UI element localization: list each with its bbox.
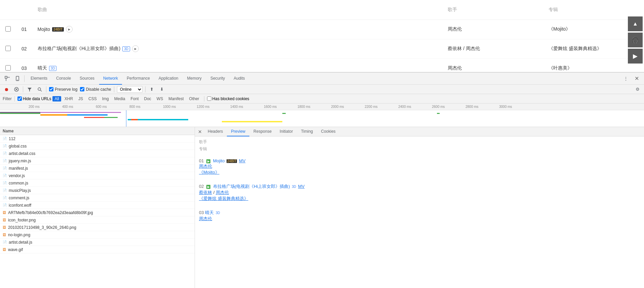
tl-bar-6	[104, 117, 118, 118]
hide-data-urls-checkbox[interactable]	[17, 96, 22, 101]
file-icon-wave: 🖼	[3, 248, 6, 251]
song-num-3: 03	[16, 58, 32, 72]
file-list[interactable]: 📄 112 📄 global.css 📄 artist.detail.css 📄…	[0, 135, 195, 288]
file-item-wave[interactable]: 🖼 wave.gif	[0, 246, 195, 253]
file-icon-artist-detail-js: 📄	[3, 240, 7, 244]
ruler-1600ms: 1600 ms	[264, 105, 277, 109]
filter-manifest-btn[interactable]: Manifest	[166, 96, 186, 101]
preview-song-1-name[interactable]: Mojito	[213, 158, 225, 163]
filter-icon-btn[interactable]	[26, 86, 33, 93]
file-item-iconfont[interactable]: 📄 iconfont.woff	[0, 202, 195, 209]
dt-main: Name 📄 112 📄 global.css 📄 artist.detail.…	[0, 127, 644, 288]
tab-sources[interactable]: Sources	[76, 73, 98, 85]
preview-content[interactable]: 歌手 专辑 01 ▶ Mojito 24BIT MV	[195, 136, 644, 288]
file-item-artist-detail-js[interactable]: 📄 artist.detail.js	[0, 239, 195, 246]
filter-doc-btn[interactable]: Doc	[142, 96, 153, 101]
preserve-log-label[interactable]: Preserve log	[49, 87, 77, 92]
tab-console[interactable]: Console	[52, 73, 75, 85]
file-item-artme[interactable]: 🖼 ARTMefb7b84e00cfb7692ea2d3eaafd8b09f.j…	[0, 209, 195, 216]
has-blocked-cookies-label[interactable]: Has blocked cookies	[207, 96, 249, 101]
song-checkbox-2[interactable]	[5, 46, 11, 51]
net-sep-3	[114, 86, 114, 92]
ruler-1400ms: 1400 ms	[230, 105, 243, 109]
net-sep-2	[46, 86, 46, 92]
play-btn-1[interactable]: ▶	[66, 26, 73, 33]
tab-network[interactable]: Network	[99, 73, 122, 85]
filter-media-btn[interactable]: Media	[112, 96, 127, 101]
file-item-artist-detail-css[interactable]: 📄 artist.detail.css	[0, 150, 195, 157]
tab-memory[interactable]: Memory	[183, 73, 206, 85]
hide-data-urls-label[interactable]: Hide data URLs	[17, 96, 51, 101]
preview-song-3: 03 晴天 3D 周杰伦	[199, 210, 640, 224]
filter-font-btn[interactable]: Font	[128, 96, 140, 101]
settings-btn[interactable]: ⚙	[634, 86, 641, 93]
filter-all-btn[interactable]: All	[52, 96, 61, 101]
ruler-1200ms: 1200 ms	[197, 105, 209, 109]
tab-audits[interactable]: Audits	[230, 73, 249, 85]
song-title-2: 布拉格广场(电视剧《Hi上班女郎》插曲)	[38, 46, 121, 52]
file-item-no-login[interactable]: 🖼 no-login.png	[0, 231, 195, 239]
preview-tab-timing[interactable]: Timing	[297, 127, 317, 136]
page-content: 歌曲 歌手 专辑 01 Mojito 24BIT ▶ 周杰伦 《Mojito》	[0, 0, 644, 72]
preview-tab-headers[interactable]: Headers	[204, 127, 227, 136]
clear-btn[interactable]	[13, 86, 20, 93]
disable-cache-checkbox[interactable]	[80, 87, 84, 91]
filter-other-btn[interactable]: Other	[187, 96, 201, 101]
play-btn-2[interactable]: ▶	[132, 45, 139, 52]
scroll-top-btn[interactable]: ▲	[628, 16, 643, 31]
close-btn[interactable]: ✕	[632, 74, 641, 83]
preview-tabs: ✕ Headers Preview Response Initiator Tim…	[195, 127, 644, 136]
preview-song-2-mv[interactable]: MV	[298, 184, 305, 189]
play-control-btn[interactable]: ▶	[628, 49, 643, 64]
preview-song-3-artist: 周杰伦	[199, 216, 640, 222]
upload-btn[interactable]: ⬆	[148, 86, 156, 93]
song-checkbox-1[interactable]	[5, 26, 11, 32]
file-name-icon-footer: icon_footer.png	[8, 218, 36, 222]
preview-tab-cookies[interactable]: Cookies	[317, 127, 339, 136]
device-icon-btn[interactable]	[13, 74, 22, 83]
playing-indicator-1: ▶	[206, 159, 210, 163]
preview-tab-initiator[interactable]: Initiator	[276, 127, 297, 136]
inspect-icon-btn[interactable]	[3, 74, 12, 83]
tab-application[interactable]: Application	[155, 73, 183, 85]
preview-song-1-mv[interactable]: MV	[239, 158, 246, 163]
filter-js-btn[interactable]: JS	[76, 96, 85, 101]
filter-css-btn[interactable]: CSS	[86, 96, 99, 101]
file-item-vendor[interactable]: 📄 vendor.js	[0, 172, 195, 179]
preserve-log-checkbox[interactable]	[49, 87, 53, 91]
filter-img-btn[interactable]: Img	[100, 96, 111, 101]
more-btn[interactable]: ⋮	[621, 74, 631, 83]
tab-security[interactable]: Security	[206, 73, 229, 85]
file-item-comment[interactable]: 📄 comment.js	[0, 194, 195, 202]
headset-btn[interactable]: 🎧	[628, 33, 643, 47]
song-checkbox-3[interactable]	[5, 65, 11, 71]
file-item-musicplay[interactable]: 📄 musicPlay.js	[0, 187, 195, 194]
has-blocked-cookies-checkbox[interactable]	[207, 96, 211, 101]
file-item-jquery[interactable]: 📄 jquery.min.js	[0, 157, 195, 165]
preview-song-2-name[interactable]: 布拉格广场(电视剧《Hi上班女郎》插曲)	[213, 184, 290, 189]
preview-song-3-name[interactable]: 晴天	[205, 210, 214, 215]
search-icon-btn[interactable]	[36, 86, 43, 93]
preview-tab-response[interactable]: Response	[249, 127, 276, 136]
file-icon-jquery: 📄	[3, 159, 7, 163]
close-panel-btn[interactable]: ✕	[196, 128, 204, 135]
filter-xhr-btn[interactable]: XHR	[63, 96, 75, 101]
tl-bar-9	[222, 121, 282, 122]
download-btn[interactable]: ⬇	[158, 86, 166, 93]
preview-tab-preview[interactable]: Preview	[227, 127, 249, 136]
filter-ws-btn[interactable]: WS	[155, 96, 165, 101]
online-select[interactable]: Online Fast 3G Slow 3G Offline	[117, 86, 143, 93]
file-item-icon-footer[interactable]: 🖼 icon_footer.png	[0, 216, 195, 224]
file-item-global-css[interactable]: 📄 global.css	[0, 142, 195, 150]
file-item-manifest[interactable]: 📄 manifest.js	[0, 165, 195, 172]
file-item-112[interactable]: 📄 112	[0, 135, 195, 142]
file-item-common[interactable]: 📄 common.js	[0, 179, 195, 187]
hide-data-urls-text: Hide data URLs	[23, 96, 51, 101]
record-btn[interactable]: ⏺	[3, 86, 10, 93]
tab-performance[interactable]: Performance	[123, 73, 154, 85]
preview-song-3-header: 03 晴天 3D	[199, 210, 640, 216]
disable-cache-label[interactable]: Disable cache	[80, 87, 111, 92]
tab-elements[interactable]: Elements	[27, 73, 51, 85]
file-item-20102[interactable]: 🖼 20102017110498_3_90x26_2640.png	[0, 224, 195, 231]
file-name-artist-detail-css: artist.detail.css	[9, 151, 35, 156]
